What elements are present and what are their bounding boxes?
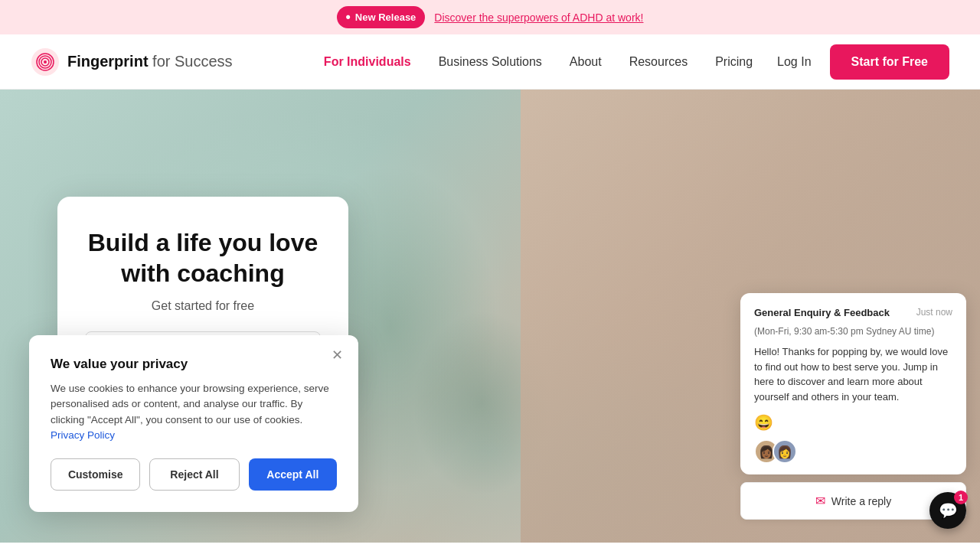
nav-login[interactable]: Log In [777,55,811,69]
hero-section: Build a life you love with coaching Get … [0,90,980,543]
announcement-link[interactable]: Discover the superpowers of ADHD at work… [434,11,643,24]
chat-message: Hello! Thanks for popping by, we would l… [754,344,952,404]
logo-text-light: for Success [152,53,232,70]
chat-bubble: General Enquiry & Feedback Just now (Mon… [740,293,966,474]
logo[interactable]: Fingerprint for Success [31,47,233,77]
cookie-popup: ✕ We value your privacy We use cookies t… [29,335,358,512]
avatar-group: 👩🏾 👩 [754,439,797,464]
navigation: Fingerprint for Success For Individuals … [0,34,980,90]
cookie-close-button[interactable]: ✕ [328,346,346,364]
logo-text-bold: Fingerprint [67,53,149,70]
logo-icon [31,47,60,77]
chat-title: General Enquiry & Feedback [754,307,890,318]
chat-emoji: 😄 [754,413,952,432]
chat-time: Just now [916,307,952,318]
new-release-badge: New Release [337,6,426,28]
cookie-text: We use cookies to enhance your browsing … [51,381,337,443]
chat-fab-icon: 💬 [939,501,958,520]
nav-for-individuals[interactable]: For Individuals [324,55,411,68]
nav-resources[interactable]: Resources [629,55,688,68]
chat-fab-badge: 1 [954,491,968,504]
nav-links: For Individuals Business Solutions About… [324,55,753,69]
announcement-bar: New Release Discover the superpowers of … [0,0,980,34]
privacy-policy-link[interactable]: Privacy Policy [51,429,115,441]
chat-header: General Enquiry & Feedback Just now [754,307,952,318]
chat-fab-button[interactable]: 💬 1 [929,492,966,529]
chat-widget: General Enquiry & Feedback Just now (Mon… [740,293,966,520]
chat-subtitle: (Mon-Fri, 9:30 am-5:30 pm Sydney AU time… [754,326,952,337]
reply-icon: ✉ [815,494,825,508]
hero-heading: Build a life you love with coaching [85,227,321,289]
hero-subtitle: Get started for free [85,299,321,313]
accept-all-button[interactable]: Accept All [249,458,337,491]
customise-button[interactable]: Customise [51,458,140,491]
reject-all-button[interactable]: Reject All [149,458,239,491]
avatar-2: 👩 [773,439,797,464]
start-for-free-button[interactable]: Start for Free [830,44,949,80]
nav-pricing[interactable]: Pricing [715,55,753,68]
cookie-buttons: Customise Reject All Accept All [51,458,337,491]
nav-business-solutions[interactable]: Business Solutions [439,55,542,68]
svg-point-1 [44,60,47,64]
chat-footer: 👩🏾 👩 [754,439,952,464]
cookie-title: We value your privacy [51,357,337,372]
nav-about[interactable]: About [570,55,602,68]
